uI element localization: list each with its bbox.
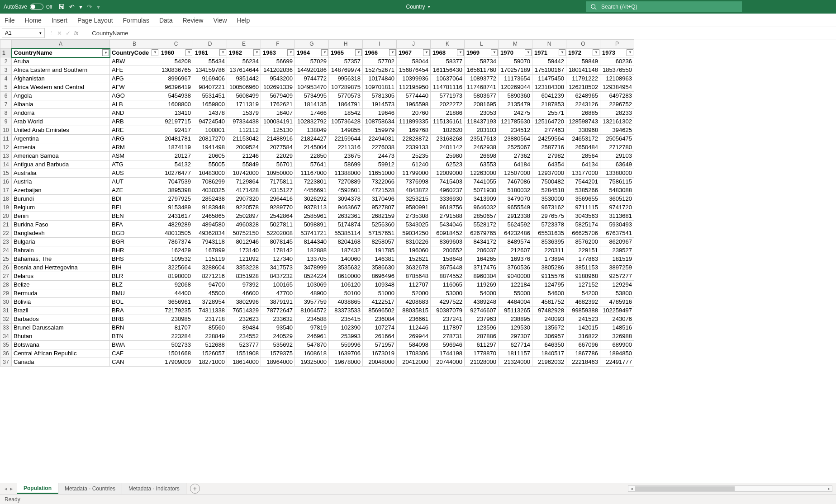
cell[interactable]: 108758634 <box>363 118 397 126</box>
cell[interactable]: Afghanistan <box>12 75 110 83</box>
cell[interactable]: 100165 <box>261 281 295 289</box>
cell[interactable]: 3353228 <box>227 264 261 272</box>
cell[interactable]: 1744198 <box>431 349 465 358</box>
cell[interactable]: 2502897 <box>227 212 261 221</box>
cell[interactable]: 5781305 <box>363 92 397 100</box>
cell[interactable]: 118437193 <box>465 118 499 126</box>
cell[interactable]: 47700 <box>261 289 295 298</box>
cell[interactable]: 1965598 <box>397 100 431 109</box>
cell[interactable]: 2650484 <box>566 143 600 152</box>
cell[interactable]: BGR <box>110 238 159 246</box>
formula-input[interactable]: CountryName <box>83 30 836 37</box>
cell[interactable]: 65531635 <box>532 229 566 238</box>
cell[interactable]: 4208683 <box>397 298 431 306</box>
cell[interactable]: 23168268 <box>431 135 465 143</box>
cell[interactable]: 105736428 <box>329 118 363 126</box>
cell[interactable]: 2009524 <box>227 143 261 152</box>
cell[interactable]: 56701 <box>261 160 295 169</box>
cell[interactable]: 55000 <box>499 289 532 298</box>
cell[interactable]: 97392 <box>227 281 261 289</box>
cell[interactable]: 109348 <box>363 281 397 289</box>
row-header[interactable]: 12 <box>0 143 12 152</box>
filter-dropdown-icon[interactable]: ▾ <box>321 49 328 56</box>
cell[interactable]: 56234 <box>227 57 261 66</box>
row-header[interactable]: 9 <box>0 118 12 126</box>
cell[interactable]: 8204168 <box>329 238 363 246</box>
cell[interactable]: 10893772 <box>465 75 499 83</box>
cell[interactable]: 53000 <box>431 289 465 298</box>
cell[interactable]: 182888 <box>295 246 329 255</box>
cell[interactable]: 9183948 <box>193 203 227 212</box>
cell[interactable]: 46600 <box>227 289 261 298</box>
header-cell[interactable]: 1968▾ <box>431 48 465 57</box>
cell[interactable]: 173140 <box>227 246 261 255</box>
cell[interactable]: 5284518 <box>532 186 566 195</box>
cell[interactable]: 169376 <box>499 255 532 264</box>
cell[interactable]: ATG <box>110 160 159 169</box>
cell[interactable]: 92068 <box>159 281 193 289</box>
cell[interactable]: 239527 <box>600 246 634 255</box>
cell[interactable]: 571957 <box>363 341 397 349</box>
ribbon-tab-insert[interactable]: Insert <box>52 17 67 24</box>
cell[interactable]: 112195950 <box>397 83 431 92</box>
cell[interactable]: Bolivia <box>12 298 110 306</box>
cell[interactable]: 21886 <box>431 109 465 118</box>
row-header[interactable]: 3 <box>0 66 12 75</box>
cell[interactable]: 22828872 <box>397 135 431 143</box>
header-cell[interactable]: 1966▾ <box>363 48 397 57</box>
cell[interactable]: 20481781 <box>159 135 193 143</box>
cell[interactable]: BWA <box>110 341 159 349</box>
filter-dropdown-icon[interactable]: ▾ <box>593 49 599 56</box>
cell[interactable]: 92746607 <box>465 306 499 315</box>
cell[interactable]: 146381 <box>363 255 397 264</box>
row-header[interactable]: 32 <box>0 315 12 324</box>
row-header[interactable]: 10 <box>0 126 12 135</box>
cell[interactable]: 1551908 <box>227 349 261 358</box>
cell[interactable]: 9527807 <box>363 203 397 212</box>
header-cell[interactable]: 1969▾ <box>465 48 499 57</box>
cell[interactable]: 3675448 <box>431 264 465 272</box>
cell[interactable]: 14378 <box>193 109 227 118</box>
cell[interactable]: 149855 <box>329 126 363 135</box>
cell[interactable]: 1914573 <box>363 100 397 109</box>
cell[interactable]: American Samoa <box>12 152 110 160</box>
cell[interactable]: 10742000 <box>227 169 261 178</box>
cell[interactable]: Belarus <box>12 272 110 281</box>
col-header-N[interactable]: N <box>532 40 566 49</box>
cell[interactable]: 129384954 <box>600 83 634 92</box>
cell[interactable]: Botswana <box>12 341 110 349</box>
cell[interactable]: ALB <box>110 100 159 109</box>
cell[interactable]: 93540 <box>261 324 295 332</box>
cell[interactable]: 85560 <box>193 324 227 332</box>
cell[interactable]: 4389248 <box>465 298 499 306</box>
cell[interactable]: 220311 <box>532 246 566 255</box>
cell[interactable]: 90387079 <box>431 306 465 315</box>
cell[interactable]: 1874119 <box>159 143 193 152</box>
cell[interactable]: 98407221 <box>193 83 227 92</box>
cell[interactable]: 57641 <box>295 160 329 169</box>
cell[interactable]: 135672 <box>532 324 566 332</box>
cell[interactable]: 3605120 <box>600 195 634 203</box>
cell[interactable]: 7376998 <box>397 178 431 186</box>
cell[interactable]: 19325000 <box>295 358 329 367</box>
cell[interactable]: 60236 <box>600 57 634 66</box>
cell[interactable]: 5256360 <box>363 221 397 229</box>
cell[interactable]: 278731 <box>431 332 465 341</box>
cell[interactable]: 8524224 <box>295 272 329 281</box>
cell[interactable]: 104953470 <box>295 83 329 92</box>
search-box[interactable] <box>586 1 742 12</box>
cell[interactable]: 2462938 <box>465 143 499 152</box>
cell[interactable]: 26698 <box>465 152 499 160</box>
cell[interactable]: 246961 <box>295 332 329 341</box>
sheet-tab-metadata-countries[interactable]: Metadata - Countries <box>58 483 122 494</box>
ribbon-tab-data[interactable]: Data <box>159 17 173 24</box>
cell[interactable]: 234588 <box>295 315 329 324</box>
cell[interactable]: 7223801 <box>295 178 329 186</box>
cell[interactable]: 8310226 <box>397 238 431 246</box>
cell[interactable]: 9744772 <box>295 75 329 83</box>
cell[interactable]: 54208 <box>159 57 193 66</box>
hscroll-right-icon[interactable]: ▸ <box>826 486 832 491</box>
cell[interactable]: 24473 <box>363 152 397 160</box>
cell[interactable]: 2791588 <box>431 212 465 221</box>
cell[interactable]: 3417573 <box>261 264 295 272</box>
